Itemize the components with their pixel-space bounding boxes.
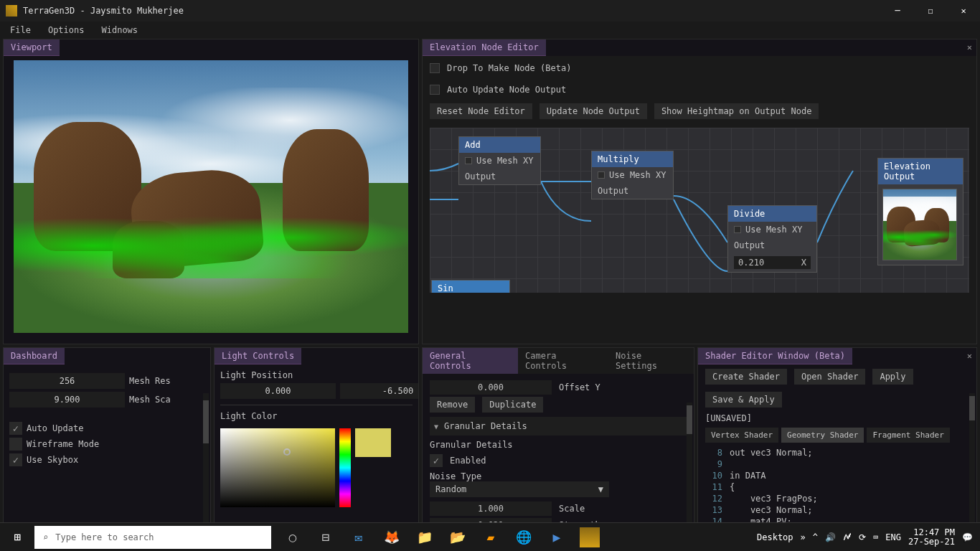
- shader-editor-panel: Shader Editor Window (Beta) ✕ Create Sha…: [697, 347, 977, 551]
- light-position-label: Light Position: [220, 370, 413, 380]
- taskbar-search[interactable]: ⌕ Type here to search: [34, 526, 271, 549]
- remove-button[interactable]: Remove: [430, 397, 475, 413]
- node-editor-tab[interactable]: Elevation Node Editor: [423, 39, 546, 56]
- volume-icon[interactable]: 🔊: [825, 532, 836, 542]
- clock[interactable]: 12:47 PM 27-Sep-21: [908, 528, 955, 547]
- terragen-icon[interactable]: [580, 527, 600, 547]
- language-indicator[interactable]: ENG: [885, 532, 901, 542]
- keyboard-icon[interactable]: ⌨: [873, 532, 878, 542]
- skybox-checkbox[interactable]: [9, 453, 22, 466]
- noise-type-select[interactable]: Random▼: [430, 481, 609, 497]
- powershell-icon[interactable]: ▶: [542, 523, 571, 552]
- chevron-down-icon: [434, 421, 438, 431]
- tab-geometry-shader[interactable]: Geometry Shader: [781, 428, 864, 443]
- node-divide[interactable]: Divide Use Mesh XY Output 0.210X: [727, 205, 817, 273]
- minimize-button[interactable]: ─: [881, 0, 914, 22]
- tab-camera[interactable]: Camera Controls: [518, 348, 608, 374]
- chevron-down-icon: ▼: [598, 484, 603, 494]
- tab-fragment-shader[interactable]: Fragment Shader: [867, 428, 949, 443]
- menu-options[interactable]: Options: [48, 25, 85, 35]
- mail-icon[interactable]: ✉: [344, 523, 373, 552]
- dashboard-scrollbar[interactable]: [203, 400, 209, 443]
- auto-update-node-label: Auto Update Node Output: [447, 85, 566, 95]
- desktop-toolbar[interactable]: Desktop: [757, 532, 793, 542]
- output-thumbnail: [882, 189, 957, 260]
- mesh-res-field[interactable]: [9, 373, 125, 389]
- scale-field[interactable]: 1.000: [430, 501, 552, 516]
- drop-node-label: Drop To Make Node (Beta): [447, 63, 571, 73]
- node-output-title: Elevation Output: [878, 159, 963, 184]
- firefox-icon[interactable]: 🦊: [377, 523, 406, 552]
- gc-scrollbar[interactable]: [687, 405, 692, 434]
- node-sin-title: Sin: [432, 281, 509, 293]
- light-controls-panel: Light Controls Light Position Light Colo…: [214, 347, 419, 551]
- start-button[interactable]: ⊞: [0, 523, 34, 552]
- light-tab[interactable]: Light Controls: [215, 348, 301, 364]
- duplicate-button[interactable]: Duplicate: [482, 397, 543, 413]
- update-node-button[interactable]: Update Node Output: [540, 103, 647, 119]
- node-editor-panel: Elevation Node Editor ✕ Drop To Make Nod…: [422, 39, 977, 344]
- shader-tab[interactable]: Shader Editor Window (Beta): [698, 348, 852, 364]
- viewport-panel: Viewport: [3, 39, 419, 344]
- node-add[interactable]: Add Use Mesh XY Output: [458, 136, 541, 185]
- cortana-icon[interactable]: ○: [278, 523, 307, 552]
- sublime-icon[interactable]: ▰: [476, 523, 505, 552]
- tray-chevron-icon[interactable]: »: [801, 532, 806, 542]
- battery-icon[interactable]: 🗲: [843, 532, 852, 542]
- close-icon[interactable]: ✕: [967, 351, 972, 361]
- chrome-icon[interactable]: 🌐: [509, 523, 538, 552]
- apply-shader-button[interactable]: Apply: [872, 369, 913, 385]
- node-canvas[interactable]: Add Use Mesh XY Output Multiply Use Mesh…: [430, 128, 969, 293]
- task-view-icon[interactable]: ⊟: [311, 523, 340, 552]
- node-add-title: Add: [459, 137, 540, 153]
- viewport-tab[interactable]: Viewport: [4, 39, 60, 56]
- offset-y-field[interactable]: 0.000: [430, 380, 552, 395]
- menu-file[interactable]: File: [10, 25, 31, 35]
- tab-vertex-shader[interactable]: Vertex Shader: [705, 428, 778, 443]
- drop-node-checkbox[interactable]: [430, 63, 440, 73]
- taskbar: ⊞ ⌕ Type here to search ○ ⊟ ✉ 🦊 📁 📂 ▰ 🌐 …: [0, 522, 980, 551]
- notification-icon[interactable]: 💬: [962, 532, 973, 542]
- clear-value-button[interactable]: X: [801, 258, 806, 268]
- color-swatch: [355, 428, 391, 457]
- light-y-field[interactable]: [340, 383, 418, 399]
- open-shader-button[interactable]: Open Shader: [794, 369, 865, 385]
- general-controls-panel: General Controls Camera Controls Noise S…: [422, 347, 694, 551]
- auto-update-checkbox[interactable]: [9, 422, 22, 435]
- color-hue-slider[interactable]: [339, 428, 351, 507]
- folder-icon[interactable]: 📂: [443, 523, 472, 552]
- app-icon: [6, 5, 17, 17]
- reset-node-button[interactable]: Reset Node Editor: [430, 103, 532, 119]
- node-multiply-title: Multiply: [592, 151, 673, 167]
- close-icon[interactable]: ✕: [967, 42, 972, 52]
- light-color-label: Light Color: [220, 411, 413, 421]
- close-button[interactable]: ✕: [947, 0, 980, 22]
- tray-up-icon[interactable]: ^: [813, 532, 818, 542]
- viewport-render[interactable]: [14, 60, 408, 333]
- wireframe-checkbox[interactable]: [9, 438, 22, 451]
- maximize-button[interactable]: ☐: [914, 0, 947, 22]
- node-elevation-output[interactable]: Elevation Output: [877, 158, 963, 265]
- light-x-field[interactable]: [220, 383, 336, 399]
- unsaved-label: [UNSAVED]: [705, 413, 969, 423]
- node-sin[interactable]: Sin: [431, 280, 510, 293]
- color-saturation-value[interactable]: [220, 428, 335, 507]
- explorer-icon[interactable]: 📁: [410, 523, 439, 552]
- dashboard-panel: Dashboard Mesh Res Mesh Sca Auto Update …: [3, 347, 211, 551]
- enabled-checkbox[interactable]: [430, 454, 443, 467]
- search-icon: ⌕: [43, 532, 48, 542]
- tab-noise[interactable]: Noise Settings: [608, 348, 694, 374]
- dashboard-tab[interactable]: Dashboard: [4, 348, 65, 364]
- sync-icon[interactable]: ⟳: [859, 532, 866, 542]
- show-heightmap-button[interactable]: Show Heightmap on Output Node: [654, 103, 819, 119]
- create-shader-button[interactable]: Create Shader: [705, 369, 787, 385]
- menu-windows[interactable]: Widnows: [101, 25, 138, 35]
- shader-scrollbar[interactable]: [969, 396, 975, 420]
- save-apply-button[interactable]: Save & Apply: [705, 392, 782, 408]
- auto-update-node-checkbox[interactable]: [430, 85, 440, 95]
- window-title: TerraGen3D - Jaysmito Mukherjee: [23, 6, 881, 16]
- node-multiply[interactable]: Multiply Use Mesh XY Output: [591, 151, 674, 199]
- mesh-scale-field[interactable]: [9, 392, 125, 408]
- granular-header[interactable]: Granular Details: [430, 417, 687, 435]
- tab-general[interactable]: General Controls: [423, 348, 518, 374]
